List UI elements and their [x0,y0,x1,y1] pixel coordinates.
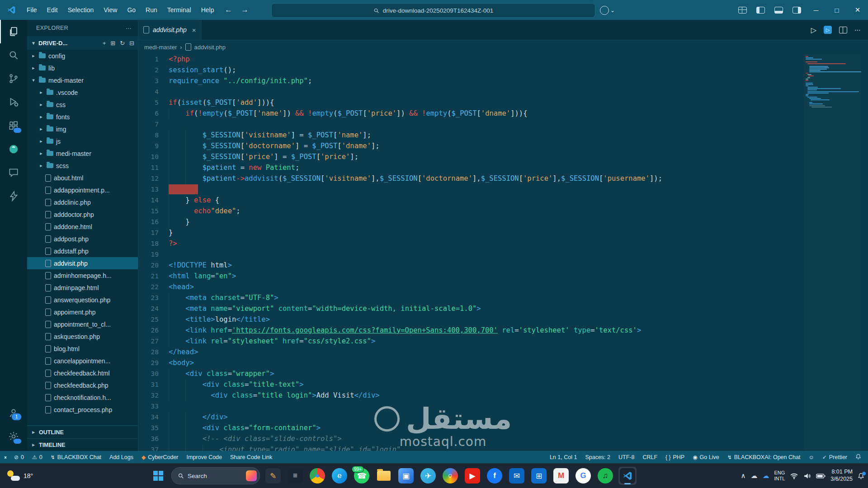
taskbar-app-google[interactable]: G [574,467,592,485]
code-line-17[interactable]: 17} [138,227,800,238]
taskbar-app-outlook[interactable]: ✉ [508,467,526,485]
taskbar-app-browser[interactable]: ○ [441,467,459,485]
code-line-18[interactable]: 18?> [138,238,800,249]
status-notifications[interactable] [851,451,865,464]
code-line-6[interactable]: 6 if(!empty($_POST['name']) && !empty($_… [138,108,800,119]
workspace-root-folder[interactable]: ▾ DRIVE-D... + ⊞ ↻ ⊟ [27,36,138,50]
menu-edit[interactable]: Edit [42,4,63,16]
tree-item-.vscode[interactable]: ▸.vscode [27,86,138,99]
outline-section[interactable]: ▸ OUTLINE [27,426,138,438]
code-line-7[interactable]: 7 [138,119,800,130]
taskbar-app-gmail[interactable]: M [552,467,570,485]
accounts-icon[interactable]: 1 [0,401,27,425]
taskbar-app-notepad[interactable]: ≡ [286,467,304,485]
code-line-1[interactable]: 1<?php [138,54,800,65]
settings-icon[interactable] [0,425,27,448]
onedrive-icon[interactable]: ☁ [762,472,769,480]
python-icon[interactable] [0,137,27,161]
code-line-29[interactable]: 29<body> [138,357,800,368]
volume-icon[interactable] [803,473,811,479]
code-line-34[interactable]: 34 </div> [138,412,800,422]
taskbar-app-edge[interactable]: e [330,467,349,485]
language-indicator[interactable]: ENG INTL [774,470,785,482]
menu-run[interactable]: Run [141,4,162,16]
weather-widget[interactable]: 18° [6,464,33,488]
breadcrumb-file[interactable]: addvisit.php [194,44,226,51]
tree-item-addpost.php[interactable]: addpost.php [27,233,138,245]
toggle-secondary-sidebar-button[interactable] [788,0,806,20]
code-line-10[interactable]: 10 $_SESSION['price'] = $_POST['price']; [138,151,800,162]
status-prettier[interactable]: ✓Prettier [818,451,851,464]
taskbar-app-whatsapp[interactable]: ☎99+ [353,467,371,485]
taskbar-app-photos[interactable]: ▣ [397,467,415,485]
tree-item-addappointment.p...[interactable]: addappointment.p... [27,184,138,196]
tree-item-checkfeedback.php[interactable]: checkfeedback.php [27,379,138,391]
close-button[interactable]: ✕ [847,0,868,20]
tree-item-addstaff.php[interactable]: addstaff.php [27,245,138,257]
code-line-31[interactable]: 31 <div class="title-text"> [138,379,800,390]
breadcrumb-folder[interactable]: medi-master [144,44,177,51]
tree-item-appoiment.php[interactable]: appoiment.php [27,306,138,318]
code-line-30[interactable]: 30 <div class="wrapper"> [138,368,800,379]
status-go-live[interactable]: ◉Go Live [689,451,723,464]
new-folder-icon[interactable]: ⊞ [110,40,115,47]
refresh-explorer-icon[interactable]: ↻ [120,40,125,47]
status-blackboxai-chat[interactable]: ↯BLACKBOXAI: Open Chat [723,451,805,464]
status-cybercoder[interactable]: ◆CyberCoder [137,451,183,464]
tree-item-checknotification.h...[interactable]: checknotification.h... [27,391,138,404]
tree-item-img[interactable]: ▸img [27,123,138,135]
run-code-button[interactable]: ▷ [811,26,816,34]
taskbar-app-file-explorer[interactable] [375,467,393,485]
copilot-menu[interactable]: ⌄ [600,6,615,15]
taskbar-search[interactable]: Search [171,467,260,484]
tree-item-medi-master[interactable]: ▸medi-master [27,147,138,160]
tree-item-addvisit.php[interactable]: addvisit.php [27,257,138,269]
command-center-search[interactable]: drive-download-20250209T162434Z-001 [271,3,595,18]
tree-item-config[interactable]: ▸config [27,50,138,62]
tree-item-askquestion.php[interactable]: askquestion.php [27,330,138,343]
code-line-24[interactable]: 24 <meta name="viewport" content="width=… [138,303,800,314]
run-and-debug-icon[interactable] [0,90,27,114]
tree-item-adddoctor.php[interactable]: adddoctor.php [27,208,138,221]
menu-terminal[interactable]: Terminal [162,4,196,16]
timeline-section[interactable]: ▸ TIMELINE [27,438,138,451]
battery-icon[interactable] [816,473,826,479]
code-line-21[interactable]: 21<html lang="en"> [138,271,800,282]
explorer-more-actions[interactable]: ⋯ [126,25,132,32]
code-line-19[interactable]: 19 [138,249,800,260]
status-language-mode[interactable]: { }PHP [661,451,689,464]
wifi-icon[interactable] [790,473,798,479]
tree-item-blog.html[interactable]: blog.html [27,343,138,355]
code-line-26[interactable]: 26 <link href='https://fonts.googleapis.… [138,325,800,336]
new-file-icon[interactable]: + [103,40,106,47]
tree-item-scss[interactable]: ▸scss [27,160,138,172]
code-line-22[interactable]: 22<head> [138,282,800,292]
tree-item-contact_process.php[interactable]: contact_process.php [27,404,138,416]
tab-addvisit[interactable]: addvisit.php × [138,20,202,40]
status-feedback[interactable]: ☺ [804,451,818,464]
forward-button[interactable]: → [238,3,251,17]
code-line-14[interactable]: 14 } else { [138,195,800,206]
tree-item-js[interactable]: ▸js [27,135,138,147]
tree-item-lib[interactable]: ▸lib [27,62,138,74]
tree-item-addclinic.php[interactable]: addclinic.php [27,196,138,208]
taskbar-app-vscode[interactable] [618,467,637,485]
tree-item-appointment_to_cl...[interactable]: appointment_to_cl... [27,318,138,330]
toggle-panel-button[interactable] [769,0,788,20]
tray-overflow-chevron-icon[interactable]: ∧ [741,472,746,480]
search-icon[interactable] [0,43,27,67]
taskbar-app-telegram[interactable]: ✈ [419,467,437,485]
code-line-2[interactable]: 2session_start(); [138,65,800,75]
code-line-13[interactable]: 13 [138,184,800,195]
tree-item-css[interactable]: ▸css [27,99,138,111]
status-blackbox-chat[interactable]: ↯BLACKBOX Chat [47,451,105,464]
start-button[interactable] [149,467,167,485]
code-line-4[interactable]: 4 [138,86,800,97]
close-tab-icon[interactable]: × [192,26,196,34]
taskbar-app-microsoft-store[interactable]: ⊞ [530,467,548,485]
code-line-23[interactable]: 23 <meta charset="UTF-8"> [138,292,800,303]
code-line-8[interactable]: 8 $_SESSION['visitname'] = $_POST['name'… [138,130,800,141]
menu-selection[interactable]: Selection [63,4,99,16]
taskbar-app-chrome[interactable]: ● [308,467,326,485]
code-line-36[interactable]: 36 <!-- <div class="slide-controls"> [138,433,800,444]
